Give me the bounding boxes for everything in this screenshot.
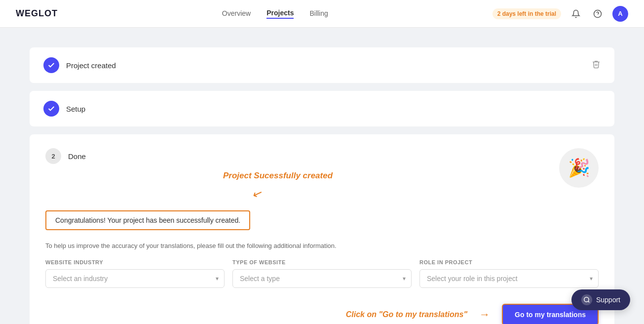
main-content: Project created Setup 🎉: [0, 28, 644, 324]
support-icon: [581, 294, 592, 305]
svg-line-3: [588, 301, 590, 303]
bottom-row: Click on "Go to my translations" → Go to…: [45, 304, 599, 324]
role-label: ROLE IN PROJECT: [419, 259, 599, 265]
project-created-label: Project created: [66, 61, 116, 70]
avatar[interactable]: A: [612, 6, 628, 22]
role-select[interactable]: Select your role in this project: [419, 269, 599, 288]
setup-label: Setup: [66, 105, 85, 113]
annotation-callout: Project Sucessfully created: [223, 171, 333, 181]
check-circle-1: [43, 57, 59, 73]
role-select-wrapper: Select your role in this project: [419, 269, 599, 288]
header: WEGLOT Overview Projects Billing 2 days …: [0, 0, 644, 28]
industry-label: WEBSITE INDUSTRY: [45, 259, 225, 265]
card-left: Project created: [43, 57, 116, 73]
form-row: WEBSITE INDUSTRY Select an industry TYPE…: [45, 259, 599, 288]
success-area: Project Sucessfully created ↙ Congratula…: [45, 176, 599, 230]
notifications-icon[interactable]: [569, 7, 583, 21]
trial-badge: 2 days left in the trial: [492, 8, 561, 19]
done-header: 2 Done: [45, 148, 599, 164]
help-icon[interactable]: [591, 7, 605, 21]
header-right: 2 days left in the trial A: [492, 6, 628, 22]
helper-text: To help us improve the accuracy of your …: [45, 242, 599, 249]
nav-overview[interactable]: Overview: [222, 9, 251, 18]
type-select-wrapper: Select a type: [232, 269, 412, 288]
type-group: TYPE OF WEBSITE Select a type: [232, 259, 412, 288]
type-select[interactable]: Select a type: [232, 269, 412, 288]
step-number: 2: [45, 148, 61, 164]
logo: WEGLOT: [16, 8, 58, 19]
support-button[interactable]: Support: [571, 289, 630, 310]
click-annotation: Click on "Go to my translations": [346, 310, 467, 319]
main-nav: Overview Projects Billing: [222, 9, 328, 19]
role-group: ROLE IN PROJECT Select your role in this…: [419, 259, 599, 288]
nav-projects[interactable]: Projects: [266, 9, 294, 19]
industry-select[interactable]: Select an industry: [45, 269, 225, 288]
support-label: Support: [596, 296, 620, 304]
industry-group: WEBSITE INDUSTRY Select an industry: [45, 259, 225, 288]
setup-card: Setup: [30, 91, 614, 126]
nav-billing[interactable]: Billing: [309, 9, 328, 18]
delete-icon[interactable]: [592, 60, 601, 71]
check-circle-2: [43, 101, 59, 117]
annotation-arrow: ↙: [251, 185, 265, 202]
type-label: TYPE OF WEBSITE: [232, 259, 412, 265]
cta-arrow: →: [479, 308, 490, 321]
svg-point-2: [584, 297, 589, 302]
success-message: Congratulations! Your project has been s…: [45, 210, 250, 230]
done-card: 🎉 2 Done Project Sucessfully created ↙ C…: [30, 134, 614, 324]
done-label: Done: [68, 152, 86, 161]
industry-select-wrapper: Select an industry: [45, 269, 225, 288]
setup-card-left: Setup: [43, 101, 85, 117]
project-created-card: Project created: [30, 47, 614, 83]
